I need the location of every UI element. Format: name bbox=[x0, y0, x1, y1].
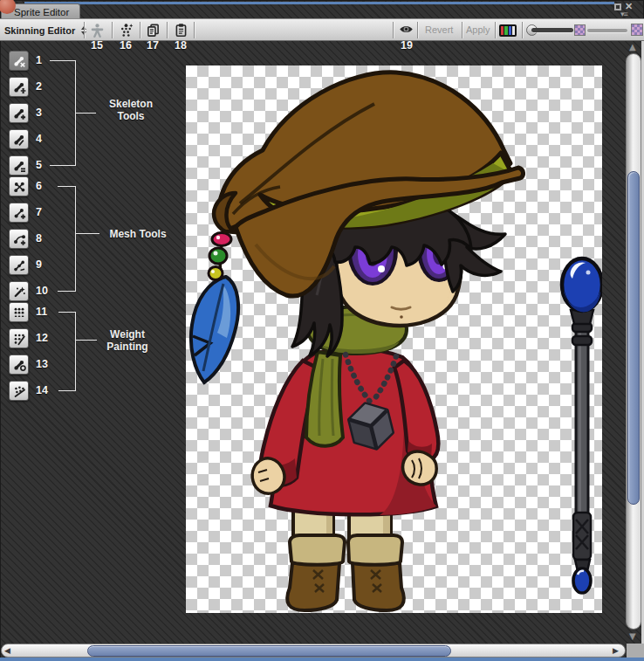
generate-skin-button[interactable] bbox=[118, 23, 134, 38]
annotation-number: 11 bbox=[36, 306, 47, 318]
toolbar-separator bbox=[112, 22, 113, 38]
mode-dropdown-label: Skinning Editor bbox=[4, 25, 75, 36]
toolbar-separator bbox=[417, 22, 418, 38]
paste-button[interactable] bbox=[173, 23, 188, 38]
preview-pose-icon bbox=[12, 54, 26, 68]
toolbar-separator bbox=[84, 22, 85, 38]
visibility-eye-button[interactable] bbox=[398, 23, 414, 38]
scroll-up-icon[interactable]: ▲ bbox=[629, 42, 636, 52]
hat-feather bbox=[191, 227, 238, 382]
apply-button[interactable]: Apply bbox=[466, 24, 490, 35]
tool-button-split-edge[interactable] bbox=[9, 255, 29, 275]
focus-accent-line bbox=[24, 2, 614, 4]
vertical-scrollbar-thumb[interactable] bbox=[627, 171, 640, 505]
annotation-bracket bbox=[50, 60, 76, 166]
create-edge-icon bbox=[12, 232, 26, 246]
mip-slider-track[interactable] bbox=[587, 29, 627, 32]
toolbar: Skinning Editor Revert Apply bbox=[0, 18, 644, 41]
annotation-number: 13 bbox=[36, 358, 48, 370]
auto-geometry-icon bbox=[12, 285, 26, 299]
mip-large-icon bbox=[631, 24, 643, 36]
tool-button-bone-influence[interactable] bbox=[9, 381, 29, 401]
tool-group-label: SkeletonTools bbox=[91, 98, 171, 122]
create-vertex-icon bbox=[12, 206, 26, 220]
tool-button-split-bone[interactable] bbox=[9, 129, 29, 149]
annotation-number: 9 bbox=[36, 258, 42, 271]
annotation-number: 10 bbox=[36, 285, 48, 297]
staff-sprite bbox=[562, 258, 602, 593]
copy-button[interactable] bbox=[145, 23, 161, 38]
toolbar-separator bbox=[140, 22, 140, 38]
reparent-bone-icon bbox=[12, 159, 26, 173]
auto-weights-icon bbox=[12, 306, 26, 320]
eye-icon bbox=[399, 23, 414, 38]
toolbar-separator bbox=[393, 22, 394, 38]
window-menu-icon[interactable]: ▾≡ bbox=[620, 10, 627, 18]
tool-button-create-bone[interactable] bbox=[9, 103, 29, 123]
window-title: Sprite Editor bbox=[14, 7, 69, 17]
tool-button-reparent-bone[interactable] bbox=[9, 155, 29, 176]
edit-joints-icon bbox=[12, 80, 26, 94]
annotation-number: 18 bbox=[171, 39, 190, 52]
sprite-editor-window: Sprite Editor ✕ ▾≡ Skinning Editor Rever… bbox=[0, 0, 644, 661]
annotation-number: 17 bbox=[143, 39, 162, 52]
annotation-number: 7 bbox=[36, 206, 42, 218]
annotation-number: 16 bbox=[116, 39, 135, 52]
edit-geometry-icon bbox=[12, 180, 26, 194]
toolbar-separator bbox=[167, 22, 168, 38]
reset-pose-button[interactable] bbox=[89, 23, 105, 38]
scrollbar-corner bbox=[627, 644, 644, 658]
horizontal-scrollbar-thumb[interactable] bbox=[87, 645, 451, 657]
annotation-number: 14 bbox=[36, 384, 48, 396]
zoom-slider-track[interactable] bbox=[531, 28, 573, 32]
tool-group-label: Mesh Tools bbox=[99, 228, 176, 240]
tool-button-weight-brush[interactable] bbox=[9, 355, 29, 375]
scroll-down-icon[interactable]: ▼ bbox=[629, 631, 636, 641]
toolbar-separator bbox=[522, 22, 523, 38]
tool-group-label: WeightPainting bbox=[91, 328, 164, 353]
annotation-number: 2 bbox=[36, 80, 42, 93]
annotation-number: 6 bbox=[36, 180, 42, 192]
tool-button-edit-joints[interactable] bbox=[9, 77, 29, 97]
toolbar-separator bbox=[495, 22, 496, 38]
tool-button-edit-geometry[interactable] bbox=[9, 176, 29, 196]
tool-button-preview-pose[interactable] bbox=[9, 51, 29, 71]
paste-icon bbox=[174, 23, 188, 38]
annotation-number: 5 bbox=[36, 159, 42, 171]
annotation-number: 15 bbox=[87, 39, 106, 52]
canvas-viewport[interactable] bbox=[186, 65, 602, 613]
weight-slider-icon bbox=[12, 332, 26, 346]
revert-button[interactable]: Revert bbox=[425, 24, 453, 35]
split-bone-icon bbox=[12, 133, 26, 147]
annotation-number: 8 bbox=[36, 232, 42, 244]
tool-button-weight-slider[interactable] bbox=[9, 328, 29, 348]
annotation-number: 1 bbox=[36, 54, 42, 66]
boots bbox=[287, 535, 404, 610]
rgb-alpha-toggle-button[interactable] bbox=[499, 24, 517, 37]
generate-skin-icon bbox=[119, 23, 134, 38]
copy-icon bbox=[146, 23, 161, 38]
weight-brush-icon bbox=[12, 358, 26, 372]
toolbar-separator bbox=[462, 22, 462, 38]
tool-button-create-edge[interactable] bbox=[9, 229, 29, 249]
scroll-right-icon[interactable]: ▶ bbox=[613, 646, 619, 655]
create-bone-icon bbox=[12, 107, 26, 120]
split-edge-icon bbox=[12, 258, 26, 272]
annotation-bracket bbox=[58, 312, 76, 391]
bone-influence-icon bbox=[12, 384, 26, 398]
annotation-number: 4 bbox=[36, 133, 42, 145]
scroll-left-icon[interactable]: ◀ bbox=[4, 646, 10, 655]
reset-pose-icon bbox=[90, 23, 105, 38]
mip-small-icon bbox=[574, 24, 586, 36]
annotation-number: 3 bbox=[36, 107, 42, 119]
annotation-bracket-stub bbox=[76, 233, 99, 234]
tool-button-create-vertex[interactable] bbox=[9, 203, 29, 223]
dress bbox=[260, 348, 438, 515]
mode-dropdown[interactable]: Skinning Editor bbox=[4, 23, 86, 38]
annotation-number: 12 bbox=[36, 332, 48, 344]
tool-button-auto-weights[interactable] bbox=[9, 302, 29, 322]
tool-button-auto-geometry[interactable] bbox=[9, 281, 29, 301]
character-sprite bbox=[186, 65, 602, 613]
toolbar-separator bbox=[194, 22, 195, 38]
annotation-bracket bbox=[58, 186, 76, 292]
